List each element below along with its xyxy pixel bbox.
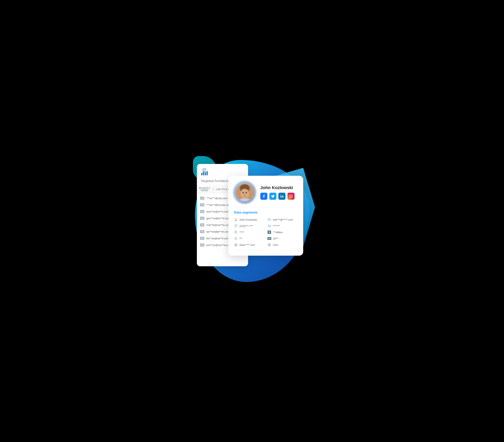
analytics-icon: $ bbox=[200, 167, 209, 176]
data-grid: John Kozlowski ank***@*****.com (215)***… bbox=[234, 218, 298, 247]
svg-rect-3 bbox=[203, 172, 204, 175]
person-icon bbox=[234, 218, 238, 222]
email-envelope-icon bbox=[200, 203, 204, 206]
svg-point-17 bbox=[235, 218, 236, 219]
svg-point-23 bbox=[269, 226, 269, 226]
profile-card: John Kozlowski Data bbox=[228, 176, 303, 256]
profile-name: John Kozlowski bbox=[260, 185, 298, 190]
data-item-name: John Kozlowski bbox=[234, 218, 264, 222]
email-envelope-icon bbox=[200, 230, 204, 233]
email-envelope-icon bbox=[200, 197, 204, 200]
email-envelope-icon bbox=[200, 210, 204, 213]
svg-point-12 bbox=[244, 194, 246, 195]
data-item-phone: (215)***-**** bbox=[234, 224, 264, 228]
email-envelope-icon bbox=[200, 244, 204, 247]
facebook-icon[interactable] bbox=[260, 193, 267, 200]
data-item-group: *** bbox=[234, 237, 264, 241]
data-item-country: USA bbox=[267, 243, 298, 247]
data-item-email: ank***@*****.com bbox=[267, 218, 298, 222]
avatar bbox=[236, 184, 253, 201]
svg-point-24 bbox=[235, 232, 236, 232]
zip-icon: ZIP bbox=[267, 237, 271, 241]
email-envelope-icon bbox=[200, 237, 204, 240]
avatar-image bbox=[236, 184, 253, 201]
filter-recently-added[interactable]: RECENTLY ADDED ▾ bbox=[197, 186, 214, 193]
instagram-icon[interactable] bbox=[288, 193, 294, 200]
id-icon bbox=[267, 224, 271, 228]
svg-rect-2 bbox=[201, 173, 202, 175]
svg-point-9 bbox=[240, 189, 249, 199]
divider-bottom bbox=[234, 250, 298, 250]
svg-text:$: $ bbox=[204, 169, 205, 171]
group-icon bbox=[234, 237, 238, 241]
data-item-zip: ZIP 19*** bbox=[267, 237, 298, 241]
location-icon bbox=[234, 230, 238, 234]
email-envelope-icon bbox=[200, 217, 204, 220]
twitter-icon[interactable] bbox=[269, 193, 276, 200]
data-item-location: ***** bbox=[234, 230, 264, 234]
data-item-revenue: $ ** Million bbox=[267, 230, 298, 234]
svg-point-11 bbox=[246, 192, 247, 194]
avatar-wrapper bbox=[234, 182, 255, 203]
linkedin-icon[interactable] bbox=[278, 193, 286, 200]
svg-point-10 bbox=[243, 192, 244, 194]
svg-rect-4 bbox=[205, 173, 206, 175]
social-icons bbox=[260, 193, 298, 200]
profile-name-area: John Kozlowski bbox=[260, 185, 298, 200]
svg-rect-15 bbox=[290, 195, 292, 198]
globe-icon bbox=[267, 243, 271, 247]
data-segments-title: Data segments bbox=[234, 211, 298, 214]
svg-rect-5 bbox=[207, 171, 208, 175]
email-envelope-icon bbox=[200, 223, 204, 227]
scene: $ Targeted Architects Database RECENTLY … bbox=[191, 152, 313, 290]
profile-top: John Kozlowski bbox=[234, 182, 298, 203]
dollar-icon: $ bbox=[267, 230, 271, 234]
svg-point-14 bbox=[281, 195, 281, 195]
email-icon bbox=[267, 218, 271, 222]
phone-icon bbox=[234, 224, 238, 228]
web-icon bbox=[234, 243, 238, 247]
data-item-website: www.****.com bbox=[234, 243, 264, 247]
chevron-icon: ▾ bbox=[212, 189, 213, 190]
logo-area: $ bbox=[200, 167, 245, 176]
data-item-id: ******* bbox=[267, 224, 298, 228]
svg-point-25 bbox=[235, 237, 236, 238]
